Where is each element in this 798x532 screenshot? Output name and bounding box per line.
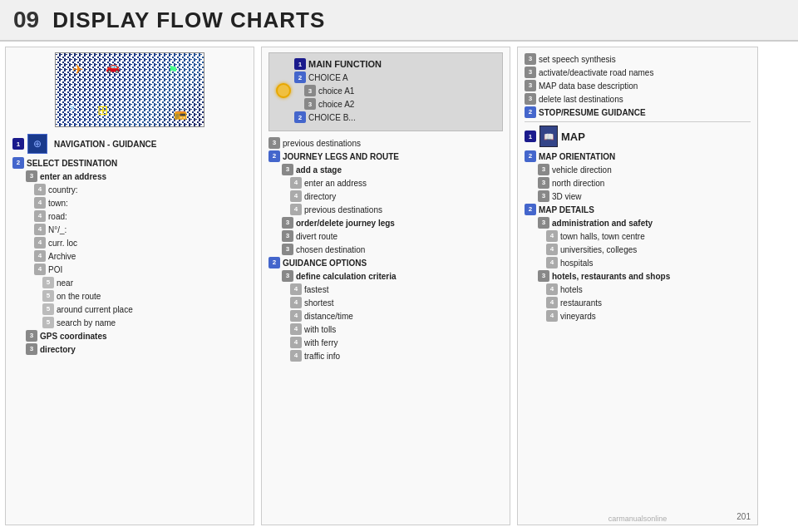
choice-a2-label: choice A2: [318, 100, 354, 109]
delete-last-label: delete last destinations: [539, 94, 623, 105]
sun-icon: [276, 83, 291, 98]
admin-safety-label: administration and safety: [552, 218, 653, 229]
traffic-info-label: traffic info: [304, 351, 340, 362]
book-icon: 📖: [539, 126, 558, 147]
vineyards-row: 4 vineyards: [525, 309, 751, 323]
left-panel: ✈ 🚗 ⚑ ✕ ⊞ 📻 1 ⊕ NAVIGATION - GUIDANCE 2 …: [5, 47, 254, 525]
road-label: road:: [48, 211, 67, 222]
number-row: 4 N°/_:: [12, 223, 247, 236]
near-label: near: [57, 278, 73, 288]
stop-resume-label: STOP/RESUME GUIDANCE: [539, 107, 646, 118]
with-ferry-label: with ferry: [304, 337, 338, 348]
choice-a2-row: 3 choice A2: [294, 97, 382, 111]
calc-criteria-label: define calculation criteria: [296, 271, 397, 282]
restaurants-label: restaurants: [560, 298, 602, 308]
restaurants-row: 4 restaurants: [525, 296, 751, 309]
universities-label: universities, colleges: [560, 244, 637, 255]
page-header: 09 DISPLAY FLOW CHARTS: [0, 0, 798, 42]
archive-label: Archive: [48, 251, 76, 262]
around-place-label: around current place: [57, 304, 133, 315]
dist-time-label: distance/time: [304, 311, 353, 322]
with-tolls-row: 4 with tolls: [268, 323, 503, 336]
country-label: country:: [48, 185, 78, 195]
town-row: 4 town:: [12, 196, 247, 209]
main-function-box: 1 MAIN FUNCTION 2 CHOICE A 3 choice A1 3…: [268, 52, 503, 131]
gps-coord-label: GPS coordinates: [40, 331, 107, 342]
chapter-number: 09: [13, 7, 39, 33]
select-dest-badge: 2: [12, 157, 24, 169]
select-dest-label: SELECT DESTINATION: [27, 158, 117, 169]
mid-prev-dest-row: 4 previous destinations: [268, 203, 503, 216]
hotels-row: 4 hotels: [525, 283, 751, 296]
watermark: carmanualsonline: [608, 515, 667, 523]
nav-map-image: ✈ 🚗 ⚑ ✕ ⊞ 📻: [55, 52, 204, 127]
map-orient-label: MAP ORIENTATION: [539, 151, 615, 162]
activate-road-row: 3 activate/deactivate road names: [525, 66, 751, 79]
right-panel: 3 set speech synthesis 3 activate/deacti…: [517, 47, 758, 525]
mid-prev-dest-label: previous destinations: [304, 204, 382, 215]
choice-a1-label: choice A1: [318, 86, 354, 96]
around-place-row: 5 around current place: [12, 303, 247, 316]
fastest-label: fastest: [304, 284, 328, 295]
shortest-row: 4 shortest: [268, 296, 503, 309]
fastest-row: 4 fastest: [268, 283, 503, 296]
page-number: 201: [736, 512, 751, 521]
divert-route-row: 3 divert route: [268, 229, 503, 243]
poi-row: 4 POI: [12, 263, 247, 276]
on-route-row: 5 on the route: [12, 289, 247, 303]
mid-directory-row: 4 directory: [268, 190, 503, 203]
archive-row: 4 Archive: [12, 249, 247, 263]
speech-synth-label: set speech synthesis: [539, 54, 616, 65]
directory-row: 3 directory: [12, 342, 247, 356]
enter-address-label: enter an address: [40, 171, 106, 182]
north-dir-label: north direction: [552, 178, 604, 189]
main-content: ✈ 🚗 ⚑ ✕ ⊞ 📻 1 ⊕ NAVIGATION - GUIDANCE 2 …: [0, 42, 798, 530]
with-ferry-row: 4 with ferry: [268, 336, 503, 349]
chosen-dest-row: 3 chosen destination: [268, 243, 503, 256]
curr-loc-label: curr. loc: [48, 238, 77, 249]
map-db-label: MAP data base description: [539, 81, 638, 91]
hospitals-row: 4 hospitals: [525, 256, 751, 269]
middle-panel: 1 MAIN FUNCTION 2 CHOICE A 3 choice A1 3…: [261, 47, 510, 525]
page-title: DISPLAY FLOW CHARTS: [52, 7, 325, 33]
speech-synth-row: 3 set speech synthesis: [525, 52, 751, 66]
nav-icon: ⊕: [27, 134, 47, 154]
map-details-label: MAP DETAILS: [539, 204, 594, 215]
order-delete-label: order/delete journey legs: [296, 218, 395, 229]
enter-address-row: 3 enter an address: [12, 170, 247, 183]
select-dest-row: 2 SELECT DESTINATION: [12, 156, 247, 170]
vehicle-dir-row: 3 vehicle direction: [525, 163, 751, 176]
choice-a-label: CHOICE A: [308, 73, 348, 82]
3d-view-label: 3D view: [552, 191, 582, 202]
mid-enter-addr-row: 4 enter an address: [268, 176, 503, 190]
gps-coord-row: 3 GPS coordinates: [12, 329, 247, 342]
town-label: town:: [48, 198, 68, 209]
mid-enter-addr-label: enter an address: [304, 178, 367, 189]
nav-guidance-header: 1 ⊕ NAVIGATION - GUIDANCE: [12, 134, 247, 154]
nav-guidance-badge: 1: [12, 138, 24, 150]
journey-legs-label: JOURNEY LEGS AND ROUTE: [283, 151, 399, 162]
mid-directory-label: directory: [304, 191, 336, 202]
order-delete-row: 3 order/delete journey legs: [268, 216, 503, 229]
nav-guidance-label: NAVIGATION - GUIDANCE: [54, 140, 157, 149]
choice-b-row: 2 CHOICE B...: [294, 111, 382, 124]
main-func-title-row: 1 MAIN FUNCTION: [294, 57, 382, 71]
chosen-dest-label: chosen destination: [296, 244, 365, 255]
guidance-opts-label: GUIDANCE OPTIONS: [283, 258, 367, 268]
map-section-header: 1 📖 MAP: [525, 126, 751, 147]
prev-dest-label: previous destinations: [283, 138, 361, 149]
divert-route-label: divert route: [296, 231, 337, 242]
prev-dest-row: 3 previous destinations: [268, 136, 503, 150]
town-halls-row: 4 town halls, town centre: [525, 229, 751, 243]
with-tolls-label: with tolls: [304, 324, 336, 335]
poi-label: POI: [48, 264, 62, 275]
choice-a-row: 2 CHOICE A: [294, 71, 382, 84]
curr-loc-row: 4 curr. loc: [12, 236, 247, 249]
calc-criteria-row: 3 define calculation criteria: [268, 269, 503, 283]
universities-row: 4 universities, colleges: [525, 243, 751, 256]
delete-last-row: 3 delete last destinations: [525, 92, 751, 106]
stop-resume-row: 2 STOP/RESUME GUIDANCE: [525, 106, 751, 119]
map-db-row: 3 MAP data base description: [525, 79, 751, 92]
hotels-shops-row: 3 hotels, restaurants and shops: [525, 269, 751, 283]
search-name-label: search by name: [57, 318, 116, 328]
